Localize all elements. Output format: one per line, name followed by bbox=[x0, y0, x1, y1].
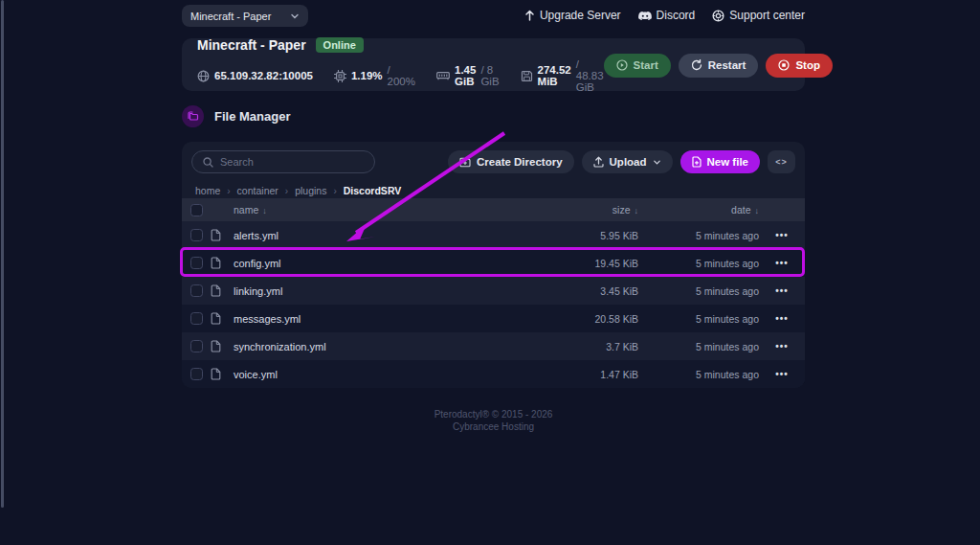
start-button[interactable]: Start bbox=[604, 54, 671, 78]
file-size: 20.58 KiB bbox=[514, 313, 638, 325]
file-icon bbox=[211, 340, 221, 352]
file-table-header: name↓ size↓ date↓ bbox=[182, 198, 805, 221]
cpu-limit: / 200% bbox=[388, 64, 415, 87]
memory-stat: 1.45 GiB / 8 GiB bbox=[436, 64, 500, 87]
row-menu-button[interactable]: ••• bbox=[759, 369, 805, 379]
cpu-icon bbox=[334, 70, 346, 82]
server-address-stat: 65.109.32.82:10005 bbox=[197, 70, 313, 82]
memory-icon bbox=[436, 70, 450, 81]
column-header-date[interactable]: date↓ bbox=[638, 204, 759, 216]
breadcrumb-current: DiscordSRV bbox=[344, 185, 402, 196]
breadcrumb-home[interactable]: home bbox=[195, 185, 220, 196]
upload-label: Upload bbox=[610, 156, 647, 168]
breadcrumb: home › container › plugins › DiscordSRV bbox=[195, 185, 401, 196]
row-checkbox[interactable] bbox=[190, 312, 203, 325]
server-ip: 65.109.32.82:10005 bbox=[214, 70, 313, 81]
file-name[interactable]: synchronization.yml bbox=[234, 341, 514, 352]
file-date: 5 minutes ago bbox=[638, 369, 759, 380]
chevron-down-icon bbox=[290, 11, 300, 21]
create-directory-button[interactable]: Create Directory bbox=[448, 150, 573, 173]
file-size: 3.7 KiB bbox=[514, 341, 638, 352]
code-editor-button[interactable]: <> bbox=[768, 150, 795, 173]
refresh-icon bbox=[691, 59, 702, 71]
file-size: 1.47 KiB bbox=[514, 369, 638, 380]
column-header-size[interactable]: size↓ bbox=[514, 204, 638, 216]
discord-icon bbox=[638, 11, 652, 21]
file-row[interactable]: messages.yml 20.58 KiB 5 minutes ago ••• bbox=[182, 305, 805, 332]
search-icon bbox=[203, 157, 213, 168]
breadcrumb-separator: › bbox=[227, 186, 230, 196]
file-name[interactable]: messages.yml bbox=[234, 313, 514, 325]
support-center-link[interactable]: Support center bbox=[712, 9, 805, 22]
file-icon bbox=[211, 368, 221, 380]
row-menu-button[interactable]: ••• bbox=[759, 285, 805, 296]
row-menu-button[interactable]: ••• bbox=[759, 230, 805, 240]
new-file-label: New file bbox=[707, 156, 748, 168]
row-checkbox[interactable] bbox=[190, 340, 203, 352]
cpu-value: 1.19% bbox=[351, 70, 383, 81]
file-plus-icon bbox=[692, 156, 702, 168]
status-badge: Online bbox=[316, 37, 364, 53]
select-all-checkbox[interactable] bbox=[190, 204, 203, 216]
file-icon bbox=[211, 312, 221, 325]
file-date: 5 minutes ago bbox=[638, 258, 759, 269]
stop-circle-icon bbox=[778, 59, 790, 71]
file-date: 5 minutes ago bbox=[638, 285, 759, 297]
file-row[interactable]: alerts.yml 5.95 KiB 5 minutes ago ••• bbox=[182, 221, 805, 249]
row-checkbox[interactable] bbox=[190, 229, 203, 241]
file-size: 19.45 KiB bbox=[514, 258, 638, 269]
globe-icon bbox=[197, 70, 210, 82]
row-menu-button[interactable]: ••• bbox=[759, 341, 805, 352]
file-manager-card: Create Directory Upload New file <> home… bbox=[182, 142, 805, 388]
file-name[interactable]: alerts.yml bbox=[234, 230, 514, 241]
breadcrumb-plugins[interactable]: plugins bbox=[295, 185, 326, 196]
search-input[interactable] bbox=[220, 156, 345, 168]
file-name[interactable]: voice.yml bbox=[234, 369, 514, 380]
new-file-button[interactable]: New file bbox=[680, 150, 760, 173]
search-box[interactable] bbox=[191, 150, 375, 173]
code-icon: <> bbox=[775, 157, 788, 167]
upload-icon bbox=[593, 156, 604, 168]
discord-link[interactable]: Discord bbox=[638, 9, 696, 22]
breadcrumb-container[interactable]: container bbox=[237, 185, 278, 196]
row-checkbox[interactable] bbox=[190, 284, 203, 297]
memory-value: 1.45 GiB bbox=[455, 64, 476, 87]
sort-arrow-icon: ↓ bbox=[755, 206, 760, 216]
top-nav: Upgrade Server Discord Support center bbox=[524, 6, 805, 25]
file-row[interactable]: config.yml 19.45 KiB 5 minutes ago ••• bbox=[182, 249, 805, 277]
upgrade-server-link[interactable]: Upgrade Server bbox=[524, 9, 621, 22]
row-menu-button[interactable]: ••• bbox=[759, 313, 805, 324]
support-center-label: Support center bbox=[729, 9, 805, 22]
folder-plus-icon bbox=[459, 157, 471, 168]
file-row[interactable]: synchronization.yml 3.7 KiB 5 minutes ag… bbox=[182, 332, 805, 360]
stop-button[interactable]: Stop bbox=[766, 54, 833, 78]
footer-host: Cybrancee Hosting bbox=[182, 421, 805, 434]
breadcrumb-separator: › bbox=[333, 186, 336, 196]
file-row[interactable]: voice.yml 1.47 KiB 5 minutes ago ••• bbox=[182, 360, 805, 388]
arrow-up-icon bbox=[524, 10, 535, 21]
file-manager-header: File Manager bbox=[182, 105, 290, 127]
folders-icon bbox=[182, 105, 204, 127]
create-directory-label: Create Directory bbox=[477, 156, 562, 168]
disk-icon bbox=[521, 70, 533, 82]
footer-copyright: Pterodactyl® © 2015 - 2026 bbox=[182, 409, 805, 421]
file-toolbar: Create Directory Upload New file <> bbox=[182, 142, 805, 182]
play-circle-icon bbox=[616, 59, 628, 71]
server-selector-label: Minecraft - Paper bbox=[190, 11, 290, 22]
column-header-name[interactable]: name↓ bbox=[234, 204, 514, 216]
upload-button[interactable]: Upload bbox=[582, 150, 673, 173]
server-title: Minecraft - Paper bbox=[197, 37, 306, 53]
file-name[interactable]: config.yml bbox=[234, 258, 514, 269]
discord-label: Discord bbox=[657, 9, 696, 22]
row-menu-button[interactable]: ••• bbox=[759, 258, 805, 268]
cpu-stat: 1.19% / 200% bbox=[334, 64, 415, 87]
file-name[interactable]: linking.yml bbox=[234, 285, 514, 297]
row-checkbox[interactable] bbox=[190, 257, 203, 269]
restart-button[interactable]: Restart bbox=[679, 54, 759, 78]
sort-arrow-icon: ↓ bbox=[262, 206, 267, 216]
support-icon bbox=[712, 10, 724, 22]
file-row[interactable]: linking.yml 3.45 KiB 5 minutes ago ••• bbox=[182, 277, 805, 305]
server-selector-dropdown[interactable]: Minecraft - Paper bbox=[182, 5, 308, 27]
row-checkbox[interactable] bbox=[190, 368, 203, 380]
chevron-down-icon bbox=[653, 158, 661, 167]
